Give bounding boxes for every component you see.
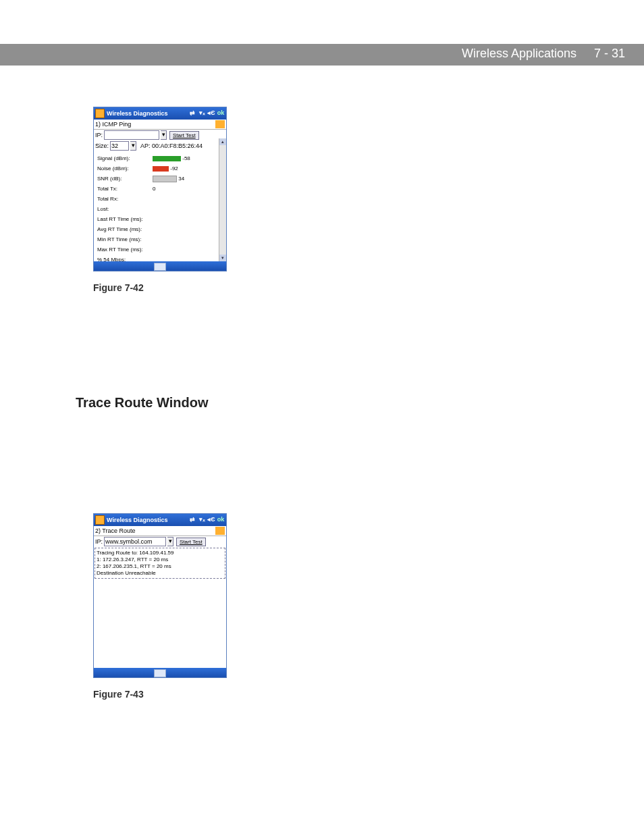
- mode-label: 1) ICMP Ping: [95, 121, 131, 128]
- ip-label: IP:: [95, 538, 103, 545]
- window-title: Wireless Diagnostics: [107, 110, 167, 117]
- ping-results-table: Signal (dBm): -58 Noise (dBm): -92 SNR (…: [95, 153, 215, 271]
- trace-line-3: 2: 167.206.235.1, RTT = 20 ms: [97, 563, 223, 570]
- ok-button[interactable]: ok: [217, 109, 225, 118]
- keyboard-icon[interactable]: [154, 669, 166, 677]
- figure-2-caption: Figure 7-43: [93, 689, 144, 700]
- keyboard-icon[interactable]: [154, 263, 166, 271]
- size-dropdown-button[interactable]: ▾: [130, 141, 136, 151]
- total-tx-value: 0: [152, 184, 214, 193]
- signal-icon: ▾ₓ: [198, 516, 206, 524]
- ok-button[interactable]: ok: [217, 516, 225, 524]
- window-titlebar: Wireless Diagnostics ⇄ ▾ₓ ◂Є ok: [94, 514, 226, 526]
- table-row: Last RT Time (ms):: [97, 215, 214, 224]
- table-row: Lost:: [97, 205, 214, 213]
- ap-label: AP: 00:A0:F8:B5:26:44: [140, 142, 203, 149]
- ip-dropdown-button[interactable]: ▾: [161, 130, 167, 140]
- trace-line-2: 1: 172.26.3.247, RTT = 20 ms: [97, 556, 223, 563]
- connectivity-icon: ⇄: [188, 109, 196, 118]
- last-rt-label: Last RT Time (ms):: [97, 215, 214, 224]
- header-title: Wireless Applications: [462, 47, 576, 61]
- bottom-bar: [94, 668, 226, 677]
- signal-label: Signal (dBm):: [97, 154, 151, 163]
- ip-dropdown-button[interactable]: ▾: [167, 537, 173, 546]
- scroll-down-button[interactable]: ▾: [219, 255, 226, 261]
- ip-input[interactable]: [104, 130, 159, 140]
- window-titlebar: Wireless Diagnostics ⇄ ▾ₓ ◂Є ok: [94, 107, 226, 120]
- table-row: Max RT Time (ms):: [97, 245, 214, 254]
- table-row: Signal (dBm): -58: [97, 154, 214, 163]
- noise-value: -92: [170, 165, 178, 172]
- figure-1-caption: Figure 7-42: [93, 282, 144, 293]
- total-tx-label: Total Tx:: [97, 184, 151, 193]
- avg-rt-label: Avg RT Time (ms):: [97, 225, 214, 234]
- icmp-ping-screenshot: Wireless Diagnostics ⇄ ▾ₓ ◂Є ok 1) ICMP …: [93, 107, 227, 271]
- ip-label: IP:: [95, 132, 103, 138]
- trace-output-box: Tracing Route to: 164.109.41.59 1: 172.2…: [95, 548, 225, 579]
- section-heading: Trace Route Window: [76, 395, 209, 411]
- start-test-button[interactable]: Start Test: [169, 131, 199, 140]
- speaker-icon: ◂Є: [207, 109, 215, 118]
- scroll-up-button[interactable]: ▴: [219, 138, 226, 145]
- noise-label: Noise (dBm):: [97, 164, 151, 173]
- table-row: Total Tx: 0: [97, 184, 214, 193]
- table-row: Avg RT Time (ms):: [97, 225, 214, 234]
- trace-line-4: Destination Unreachable: [97, 570, 223, 577]
- size-input[interactable]: [110, 141, 129, 151]
- signal-value: -58: [182, 155, 190, 161]
- start-flag-icon: [95, 515, 105, 525]
- table-row: Noise (dBm): -92: [97, 164, 214, 173]
- back-arrow-icon[interactable]: [215, 527, 225, 535]
- lost-label: Lost:: [97, 205, 214, 213]
- total-rx-value: [152, 194, 214, 203]
- page-header: Wireless Applications 7 - 31: [0, 44, 644, 66]
- window-title: Wireless Diagnostics: [107, 517, 167, 523]
- trace-route-screenshot: Wireless Diagnostics ⇄ ▾ₓ ◂Є ok 2) Trace…: [93, 513, 227, 678]
- connectivity-icon: ⇄: [188, 516, 196, 524]
- table-row: SNR (dB): 34: [97, 174, 214, 183]
- total-rx-label: Total Rx:: [97, 194, 151, 203]
- bottom-bar: [94, 261, 226, 271]
- header-page-number: 7 - 31: [594, 47, 625, 61]
- table-row: Min RT Time (ms):: [97, 235, 214, 244]
- start-test-button[interactable]: Start Test: [176, 538, 206, 546]
- mode-label: 2) Trace Route: [95, 527, 136, 534]
- signal-icon: ▾ₓ: [198, 109, 206, 118]
- ip-input[interactable]: [104, 537, 166, 546]
- back-arrow-icon[interactable]: [215, 120, 225, 128]
- snr-label: SNR (dB):: [97, 174, 151, 183]
- start-flag-icon: [95, 109, 105, 118]
- min-rt-label: Min RT Time (ms):: [97, 235, 214, 244]
- table-row: Total Rx:: [97, 194, 214, 203]
- size-label: Size:: [95, 142, 109, 149]
- max-rt-label: Max RT Time (ms):: [97, 245, 214, 254]
- trace-line-1: Tracing Route to: 164.109.41.59: [97, 550, 223, 556]
- snr-value: 34: [178, 176, 184, 182]
- speaker-icon: ◂Є: [207, 516, 215, 524]
- vertical-scrollbar[interactable]: ▴ ▾: [219, 138, 226, 261]
